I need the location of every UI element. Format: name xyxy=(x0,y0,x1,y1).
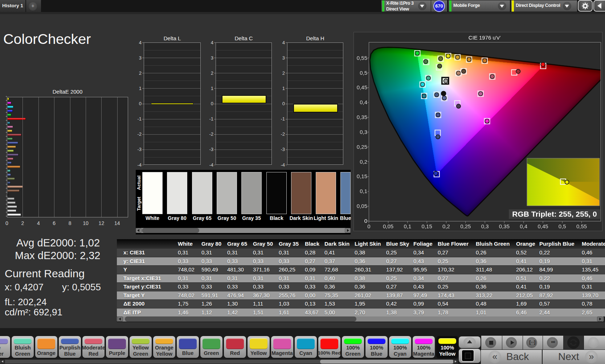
svg-text:0,15: 0,15 xyxy=(422,223,432,229)
svg-text:0,25: 0,25 xyxy=(460,223,471,229)
svg-text:RGB Triplet: 255, 255, 0: RGB Triplet: 255, 255, 0 xyxy=(512,210,597,218)
svg-text:0,35: 0,35 xyxy=(357,114,367,120)
svg-text:0,25: 0,25 xyxy=(357,144,367,150)
svg-text:0,4: 0,4 xyxy=(360,99,367,105)
svg-text:0,05: 0,05 xyxy=(357,203,367,209)
svg-text:0,55: 0,55 xyxy=(576,223,587,229)
svg-text:0,05: 0,05 xyxy=(383,223,393,229)
svg-text:0,45: 0,45 xyxy=(357,84,367,90)
svg-text:0,55: 0,55 xyxy=(357,55,367,61)
svg-text:0,35: 0,35 xyxy=(499,223,510,229)
svg-text:CIE 1976 u'v': CIE 1976 u'v' xyxy=(469,34,500,41)
svg-text:0,15: 0,15 xyxy=(357,173,367,179)
svg-text:0,3: 0,3 xyxy=(360,129,367,135)
svg-text:0,3: 0,3 xyxy=(481,223,489,229)
svg-text:0: 0 xyxy=(364,218,367,224)
svg-text:0: 0 xyxy=(367,223,370,229)
svg-text:0,5: 0,5 xyxy=(360,70,367,76)
svg-text:0,4: 0,4 xyxy=(520,223,527,229)
svg-text:0,1: 0,1 xyxy=(404,223,411,229)
svg-text:0,45: 0,45 xyxy=(537,223,548,229)
svg-text:0,2: 0,2 xyxy=(442,223,450,229)
svg-text:0,5: 0,5 xyxy=(559,223,566,229)
svg-text:0,1: 0,1 xyxy=(360,188,367,194)
svg-text:0,2: 0,2 xyxy=(360,159,367,165)
